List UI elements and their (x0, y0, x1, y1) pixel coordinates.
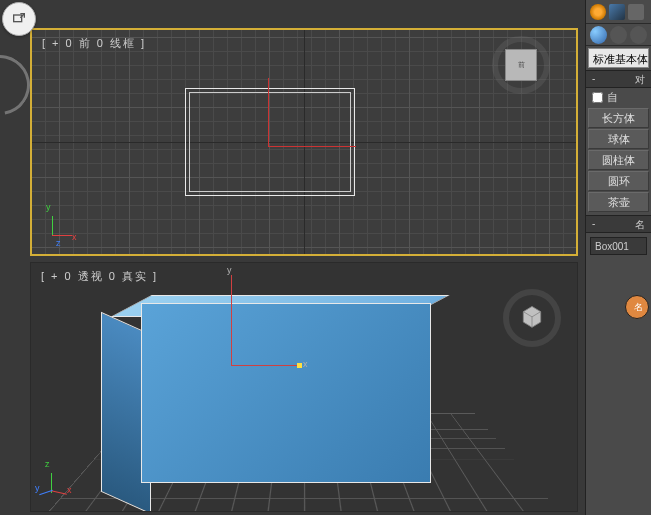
primitive-sphere-button[interactable]: 球体 (588, 129, 649, 149)
object-type-rollout-header[interactable]: - 对 (586, 70, 651, 88)
axis-tripod-perspective: z x y (41, 461, 81, 501)
object-wireframe-inner (189, 92, 351, 192)
autogrid-label: 自 (607, 90, 618, 105)
box-object[interactable] (71, 293, 441, 512)
axis-tripod-front: y x z (42, 204, 82, 244)
geometry-category-icon[interactable] (590, 26, 607, 44)
hierarchy-tab-icon[interactable] (628, 4, 644, 20)
gizmo-handle-icon[interactable] (297, 363, 302, 368)
viewcube-front[interactable]: 前 (496, 40, 546, 90)
modify-tab-icon[interactable] (609, 4, 625, 20)
primitive-box-button[interactable]: 长方体 (588, 108, 649, 128)
command-panel: 标准基本体 - 对 自 长方体 球体 圆柱体 圆环 茶壶 - 名 名 (585, 0, 651, 515)
viewport-label-front[interactable]: [ + 0 前 0 线框 ] (42, 36, 146, 51)
viewport-perspective[interactable]: [ + 0 透视 0 真实 ] y x (30, 262, 578, 512)
primitive-cylinder-button[interactable]: 圆柱体 (588, 150, 649, 170)
create-category-row (586, 24, 651, 46)
command-panel-tabs (586, 0, 651, 24)
primitive-torus-button[interactable]: 圆环 (588, 171, 649, 191)
autogrid-checkbox[interactable] (592, 92, 603, 103)
box-front-face (141, 303, 431, 483)
corner-expand-button[interactable] (2, 2, 36, 36)
viewport-front[interactable]: [ + 0 前 0 线框 ] 前 y x z (30, 28, 578, 256)
autogrid-row: 自 (586, 88, 651, 106)
shapes-category-icon[interactable] (610, 26, 627, 44)
svg-rect-0 (14, 15, 22, 22)
name-color-rollout-header[interactable]: - 名 (586, 215, 651, 233)
expand-icon (11, 11, 27, 27)
viewcube-3d-icon (519, 303, 545, 329)
create-tab-icon[interactable] (590, 4, 606, 20)
primitive-type-dropdown[interactable]: 标准基本体 (588, 48, 649, 68)
viewport-label-perspective[interactable]: [ + 0 透视 0 真实 ] (41, 269, 158, 284)
primitive-teapot-button[interactable]: 茶壶 (588, 192, 649, 212)
viewcube-face[interactable]: 前 (505, 49, 537, 81)
object-name-input[interactable] (590, 237, 647, 255)
viewport-area: [ + 0 前 0 线框 ] 前 y x z [ + 0 透 (0, 0, 585, 515)
viewcube-perspective[interactable] (507, 293, 557, 343)
primitive-buttons: 长方体 球体 圆柱体 圆环 茶壶 (586, 106, 651, 215)
lights-category-icon[interactable] (630, 26, 647, 44)
object-color-swatch[interactable]: 名 (625, 295, 649, 319)
